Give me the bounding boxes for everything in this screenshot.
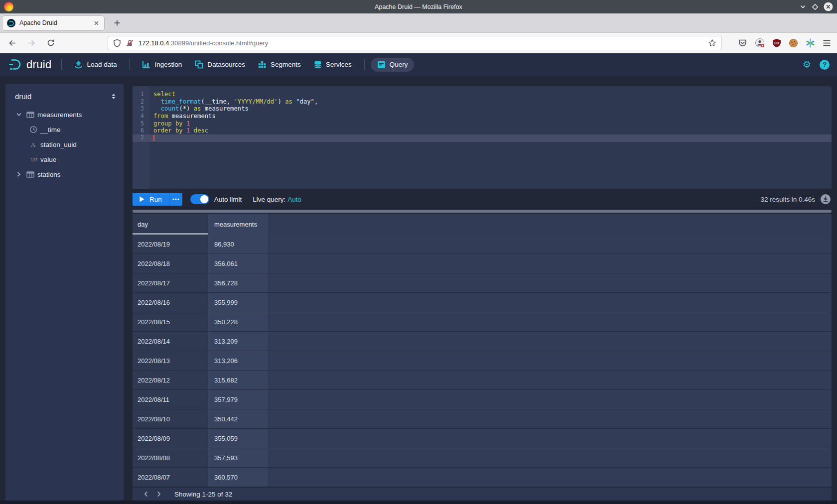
cell-day[interactable]: 2022/08/14 [133,332,208,351]
tree-item-station_uuid[interactable]: Astation_uuid [5,137,124,152]
cell-day[interactable]: 2022/08/09 [133,429,208,448]
cell-measurements[interactable]: 356,728 [208,273,269,292]
minimize-icon[interactable] [799,3,807,10]
tree-item-label: value [40,156,56,163]
column-header-day[interactable]: day [133,214,208,235]
settings-gear-icon[interactable]: ⚙ [803,60,811,69]
tree-item-measurements[interactable]: measurements [5,107,124,122]
cell-measurements[interactable]: 350,228 [208,312,269,331]
nav-item-datasources[interactable]: Datasources [188,57,252,72]
upload-icon [74,60,83,69]
lock-slash-icon[interactable] [126,39,134,47]
menu-icon[interactable] [823,39,831,47]
tab-close-icon[interactable] [93,20,100,26]
results-header: daymeasurements [133,214,832,235]
cell-day[interactable]: 2022/08/19 [133,235,208,253]
close-icon[interactable] [824,2,833,11]
cell-day[interactable]: 2022/08/12 [133,371,208,389]
nav-item-query[interactable]: Query [371,58,415,72]
cell-measurements[interactable]: 350,442 [208,409,269,428]
cell-day[interactable]: 2022/08/15 [133,312,208,331]
cell-measurements[interactable]: 355,999 [208,293,269,312]
nav-item-segments[interactable]: Segments [252,57,307,72]
query-editor[interactable]: 1234567 select time_format(__time, 'YYYY… [133,86,832,189]
schema-sidebar: druid measurements__timeAstation_uuid123… [5,84,124,501]
page-next-icon[interactable] [152,491,165,498]
datasources-icon [195,60,203,69]
code-line [149,134,832,142]
cell-measurements[interactable]: 313,209 [208,332,269,351]
help-icon[interactable]: ? [820,60,830,70]
tree-item-time[interactable]: __time [5,122,124,137]
cell-day[interactable]: 2022/08/07 [133,468,208,487]
cell-day[interactable]: 2022/08/08 [133,448,208,467]
ingestion-icon [142,60,150,69]
maximize-icon[interactable] [812,3,819,10]
results-horizontal-scrollbar[interactable] [133,210,832,213]
row-filler [269,371,832,389]
nav-item-label: Query [390,61,408,68]
column-header-measurements[interactable]: measurements [208,214,269,235]
cell-day[interactable]: 2022/08/18 [133,254,208,273]
cell-day[interactable]: 2022/08/13 [133,351,208,370]
pocket-icon[interactable] [738,38,747,48]
asterisk-icon[interactable] [806,38,815,48]
window-title: Apache Druid — Mozilla Firefox [0,3,837,10]
cookie-icon[interactable] [789,38,798,48]
nav-item-label: Segments [271,61,301,68]
auto-limit-toggle[interactable] [190,194,209,204]
forward-icon[interactable] [27,39,36,47]
url-bar[interactable]: 172.18.0.4:30899/unified-console.html#qu… [108,36,722,50]
cell-measurements[interactable]: 356,061 [208,254,269,273]
ublock-icon[interactable]: uO [772,38,781,48]
nav-item-ingestion[interactable]: Ingestion [136,57,188,72]
nav-item-load-data[interactable]: Load data [68,57,123,72]
nav-item-services[interactable]: Services [307,57,358,72]
table-row: 2022/08/07360,570 [133,468,832,487]
row-filler [269,429,832,448]
table-row: 2022/08/16355,999 [133,293,832,312]
cell-measurements[interactable]: 357,979 [208,390,269,409]
new-tab-button[interactable] [110,16,124,30]
cell-measurements[interactable]: 357,593 [208,448,269,467]
live-query-label: Live query:Auto [253,196,301,203]
tree-item-value[interactable]: 123value [5,152,124,167]
number-icon: 123 [29,156,40,163]
chevron-down-icon[interactable] [5,111,26,118]
run-more-button[interactable] [169,193,182,206]
live-query-value[interactable]: Auto [287,196,301,203]
results-table: daymeasurements 2022/08/1986,9302022/08/… [133,214,832,501]
sort-icon[interactable] [110,93,117,100]
shield-icon[interactable] [113,39,121,47]
cell-day[interactable]: 2022/08/11 [133,390,208,409]
run-button[interactable]: Run [133,193,169,206]
druid-logo-icon [7,58,23,71]
row-filler [269,235,832,253]
header-filler [269,214,832,235]
cell-measurements[interactable]: 313,206 [208,351,269,370]
cell-day[interactable]: 2022/08/10 [133,409,208,428]
page-prev-icon[interactable] [140,491,152,498]
druid-brand[interactable]: druid [7,58,51,71]
bookmark-star-icon[interactable] [708,39,716,47]
row-filler [269,448,832,467]
cell-measurements[interactable]: 355,059 [208,429,269,448]
browser-tab[interactable]: Apache Druid [2,15,105,31]
gutter-line: 6 [133,127,149,134]
cell-day[interactable]: 2022/08/16 [133,293,208,312]
download-icon[interactable] [820,194,831,205]
gutter-line: 3 [133,105,149,113]
account-icon[interactable] [755,38,765,48]
pagination-status: Showing 1-25 of 32 [174,491,232,498]
chevron-right-icon[interactable] [5,171,26,178]
cell-measurements[interactable]: 360,570 [208,468,269,487]
tree-item-label: stations [37,171,61,178]
schema-title: druid [15,92,31,101]
cell-measurements[interactable]: 315,682 [208,371,269,389]
cell-day[interactable]: 2022/08/17 [133,273,208,292]
editor-code[interactable]: select time_format(__time, 'YYYY/MM/dd')… [149,86,832,189]
reload-icon[interactable] [47,39,55,47]
cell-measurements[interactable]: 86,930 [208,235,269,253]
tree-item-stations[interactable]: stations [5,167,124,182]
back-icon[interactable] [8,39,16,47]
